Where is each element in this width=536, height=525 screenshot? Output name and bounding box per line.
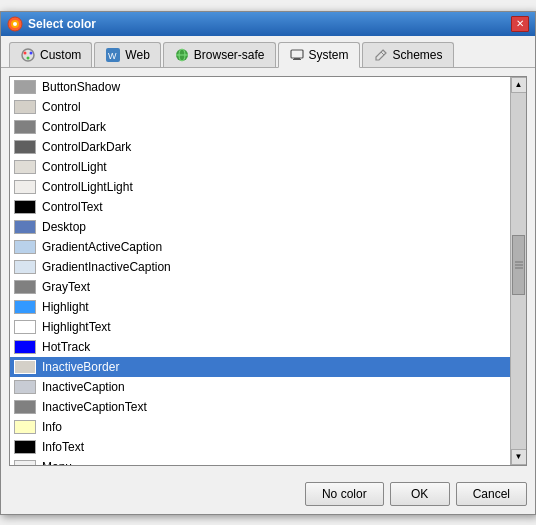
- color-name: ControlText: [42, 200, 103, 214]
- color-name: Highlight: [42, 300, 89, 314]
- brush-icon: [373, 47, 389, 63]
- list-item[interactable]: GradientActiveCaption: [10, 237, 510, 257]
- color-name: ControlDarkDark: [42, 140, 131, 154]
- tab-custom[interactable]: Custom: [9, 42, 92, 67]
- color-list[interactable]: ButtonShadowControlControlDarkControlDar…: [10, 77, 510, 465]
- tab-bar: Custom W Web Browser-safe: [1, 36, 535, 68]
- monitor-icon: [289, 47, 305, 63]
- window-icon: [7, 16, 23, 32]
- tab-content: ButtonShadowControlControlDarkControlDar…: [1, 68, 535, 474]
- tab-schemes[interactable]: Schemes: [362, 42, 454, 67]
- color-swatch: [14, 420, 36, 434]
- color-name: Menu: [42, 460, 72, 465]
- color-name: ButtonShadow: [42, 80, 120, 94]
- tab-system-label: System: [309, 48, 349, 62]
- color-swatch: [14, 200, 36, 214]
- color-name: GrayText: [42, 280, 90, 294]
- scroll-down-button[interactable]: ▼: [511, 449, 527, 465]
- color-swatch: [14, 100, 36, 114]
- color-name: ControlDark: [42, 120, 106, 134]
- color-swatch: [14, 440, 36, 454]
- svg-point-4: [24, 51, 27, 54]
- list-item[interactable]: Menu: [10, 457, 510, 465]
- browser-icon: [174, 47, 190, 63]
- color-name: GradientActiveCaption: [42, 240, 162, 254]
- no-color-button[interactable]: No color: [305, 482, 384, 506]
- tab-browser-safe[interactable]: Browser-safe: [163, 42, 276, 67]
- titlebar-left: Select color: [7, 16, 96, 32]
- svg-text:W: W: [108, 51, 117, 61]
- color-swatch: [14, 220, 36, 234]
- svg-point-6: [27, 56, 30, 59]
- color-name: InfoText: [42, 440, 84, 454]
- color-swatch: [14, 340, 36, 354]
- list-item[interactable]: ButtonShadow: [10, 77, 510, 97]
- ok-button[interactable]: OK: [390, 482, 450, 506]
- select-color-dialog: Select color ✕ Custom W Web: [0, 11, 536, 515]
- color-name: Control: [42, 100, 81, 114]
- palette-icon: [20, 47, 36, 63]
- color-name: ControlLightLight: [42, 180, 133, 194]
- list-item[interactable]: Info: [10, 417, 510, 437]
- list-item[interactable]: HighlightText: [10, 317, 510, 337]
- list-item[interactable]: ControlLight: [10, 157, 510, 177]
- tab-system[interactable]: System: [278, 42, 360, 68]
- svg-line-15: [381, 52, 384, 55]
- list-item[interactable]: InactiveCaption: [10, 377, 510, 397]
- color-name: HotTrack: [42, 340, 90, 354]
- list-item[interactable]: Highlight: [10, 297, 510, 317]
- scrollbar-thumb[interactable]: [512, 235, 525, 295]
- list-item[interactable]: ControlDark: [10, 117, 510, 137]
- tab-web-label: Web: [125, 48, 149, 62]
- list-item[interactable]: Desktop: [10, 217, 510, 237]
- list-item[interactable]: GradientInactiveCaption: [10, 257, 510, 277]
- color-swatch: [14, 360, 36, 374]
- color-name: InactiveBorder: [42, 360, 119, 374]
- titlebar: Select color ✕: [1, 12, 535, 36]
- tab-schemes-label: Schemes: [393, 48, 443, 62]
- list-item[interactable]: Control: [10, 97, 510, 117]
- color-swatch: [14, 460, 36, 465]
- tab-custom-label: Custom: [40, 48, 81, 62]
- color-swatch: [14, 380, 36, 394]
- grip-line-2: [515, 264, 523, 265]
- color-swatch: [14, 160, 36, 174]
- list-item[interactable]: ControlDarkDark: [10, 137, 510, 157]
- list-item[interactable]: InactiveBorder: [10, 357, 510, 377]
- scrollbar-track[interactable]: [511, 93, 526, 449]
- color-swatch: [14, 260, 36, 274]
- color-swatch: [14, 300, 36, 314]
- color-list-container: ButtonShadowControlControlDarkControlDar…: [9, 76, 527, 466]
- list-item[interactable]: ControlText: [10, 197, 510, 217]
- color-name: Info: [42, 420, 62, 434]
- color-name: InactiveCaptionText: [42, 400, 147, 414]
- scrollbar-grip: [515, 261, 523, 268]
- color-name: Desktop: [42, 220, 86, 234]
- scroll-up-button[interactable]: ▲: [511, 77, 527, 93]
- list-item[interactable]: InactiveCaptionText: [10, 397, 510, 417]
- list-item[interactable]: HotTrack: [10, 337, 510, 357]
- color-swatch: [14, 280, 36, 294]
- scrollbar[interactable]: ▲ ▼: [510, 77, 526, 465]
- list-item[interactable]: GrayText: [10, 277, 510, 297]
- svg-point-5: [30, 51, 33, 54]
- color-swatch: [14, 120, 36, 134]
- list-item[interactable]: ControlLightLight: [10, 177, 510, 197]
- color-swatch: [14, 80, 36, 94]
- list-item[interactable]: InfoText: [10, 437, 510, 457]
- footer: No color OK Cancel: [1, 474, 535, 514]
- color-name: InactiveCaption: [42, 380, 125, 394]
- cancel-button[interactable]: Cancel: [456, 482, 527, 506]
- grip-line-1: [515, 261, 523, 262]
- color-swatch: [14, 240, 36, 254]
- grip-line-3: [515, 267, 523, 268]
- color-swatch: [14, 140, 36, 154]
- color-name: GradientInactiveCaption: [42, 260, 171, 274]
- color-name: ControlLight: [42, 160, 107, 174]
- tab-browser-safe-label: Browser-safe: [194, 48, 265, 62]
- color-swatch: [14, 180, 36, 194]
- svg-point-2: [13, 22, 17, 26]
- color-swatch: [14, 320, 36, 334]
- tab-web[interactable]: W Web: [94, 42, 160, 67]
- close-button[interactable]: ✕: [511, 16, 529, 32]
